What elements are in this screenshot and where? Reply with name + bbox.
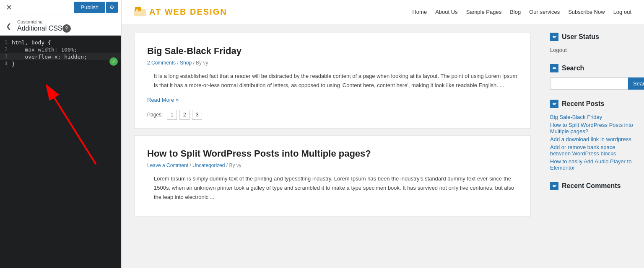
arrow-overlay [0,36,121,268]
logo-icon: AT [134,7,147,17]
svg-text:AT: AT [136,8,140,12]
nav-blog[interactable]: Blog [510,9,521,15]
code-text: html, body { [12,39,51,46]
logo-text: AT WEB DESIGN [149,7,227,17]
section-title: Additional CSS ? [17,24,71,33]
nav-logout[interactable]: Log out [613,9,631,15]
search-form: Search [550,77,637,90]
site-header: AT AT WEB DESIGN Home About Us Sample Pa… [122,0,644,24]
post-comments-link[interactable]: Leave a Comment [147,162,188,168]
code-text: overflow-x: hidden; [12,54,87,60]
line-number: 3 [0,54,12,59]
search-input[interactable] [550,77,628,90]
help-icon[interactable]: ? [62,24,71,33]
code-text: } [12,61,15,67]
recent-post-link[interactable]: Add a download link in wordpress [550,135,637,143]
widget-icon: ✏ [550,64,558,72]
search-widget: ✏ Search Search [550,64,637,90]
widget-content: Logout [550,46,637,54]
left-panel: ✕ Publish ⚙ ❮ Customizing Additional CSS… [0,0,122,268]
code-line-1: 1 html, body { [0,39,121,46]
page-btn-3[interactable]: 3 [192,110,202,120]
back-button[interactable]: ❮ [6,22,15,30]
recent-posts-widget: ✏ Recent Posts Big Sale-Black Friday How… [550,100,637,172]
close-button[interactable]: ✕ [3,3,15,12]
widget-title: ✏ Recent Comments [550,182,637,190]
publish-button[interactable]: Publish [74,2,105,13]
widget-title: ✏ Search [550,64,637,72]
nav-sample-pages[interactable]: Sample Pages [466,9,502,15]
post-comments-link[interactable]: 2 Comments [147,60,176,66]
nav-subscribe[interactable]: Subscribe Now [568,9,605,15]
page-btn-1[interactable]: 1 [167,110,177,120]
user-status-widget: ✏ User Status Logout [550,33,637,54]
recent-post-link[interactable]: Add or remove bank space between WordPre… [550,143,637,157]
recent-post-link[interactable]: Big Sale-Black Friday [550,113,637,121]
site-nav: Home About Us Sample Pages Blog Our serv… [412,9,631,15]
line-number: 4 [0,61,12,67]
right-content: AT AT WEB DESIGN Home About Us Sample Pa… [122,0,644,268]
code-line-4: 4 } [0,60,121,67]
nav-our-services[interactable]: Our services [529,9,560,15]
pagination: Pages: 1 2 3 [147,110,518,120]
page-btn-2[interactable]: 2 [179,110,190,120]
recent-comments-widget: ✏ Recent Comments [550,182,637,190]
widget-title: ✏ User Status [550,33,637,41]
recent-post-link[interactable]: How to easily Add Audio Player to Elemen… [550,157,637,172]
pages-label: Pages: [147,112,163,118]
post-title: Big Sale-Black Friday [147,46,518,57]
posts-area: Big Sale-Black Friday 2 Comments / Shop … [122,24,543,268]
widget-icon: ✏ [550,33,558,41]
widget-icon: ✏ [550,100,558,108]
autocomplete-icon: ✓ [109,57,118,66]
gear-button[interactable]: ⚙ [106,2,118,13]
post-card: Big Sale-Black Friday 2 Comments / Shop … [134,33,531,129]
code-text: max-width: 100%; [12,46,78,53]
post-meta: 2 Comments / Shop / By vy [147,60,518,66]
recent-post-link[interactable]: How to Split WordPress Posts into Multip… [550,121,637,135]
recent-posts-list: Big Sale-Black Friday How to Split WordP… [550,113,637,172]
customizer-header: ❮ Customizing Additional CSS ? [0,15,121,36]
read-more-link[interactable]: Read More » [147,97,179,103]
line-number: 1 [0,39,12,45]
post-title: How to Split WordPress Posts into Multip… [147,148,518,159]
line-number: 2 [0,46,12,52]
search-button[interactable]: Search [628,77,644,90]
main-area: Big Sale-Black Friday 2 Comments / Shop … [122,24,644,268]
post-excerpt: Lorem Ipsum is simply dummy text of the … [147,174,518,202]
code-line-3: 3 overflow-x: hidden; ✓ [0,53,121,60]
code-editor[interactable]: 1 html, body { 2 max-width: 100%; 3 over… [0,36,121,268]
sidebar: ✏ User Status Logout ✏ Search Search [543,24,644,268]
svg-line-1 [55,98,96,165]
post-excerpt: It is a long established fact that a rea… [147,72,518,90]
nav-about[interactable]: About Us [435,9,457,15]
widget-icon: ✏ [550,182,558,190]
post-meta: Leave a Comment / Uncategorized / By vy [147,162,518,168]
post-card: How to Split WordPress Posts into Multip… [134,135,531,216]
top-bar: ✕ Publish ⚙ [0,0,121,15]
site-logo: AT AT WEB DESIGN [134,7,227,17]
post-category-link[interactable]: Shop [180,60,192,66]
nav-home[interactable]: Home [412,9,427,15]
customizing-label: Customizing [17,19,71,24]
widget-title: ✏ Recent Posts [550,100,637,108]
code-line-2: 2 max-width: 100%; [0,46,121,53]
post-category-link[interactable]: Uncategorized [192,162,225,168]
sidebar-logout-link[interactable]: Logout [550,46,637,54]
